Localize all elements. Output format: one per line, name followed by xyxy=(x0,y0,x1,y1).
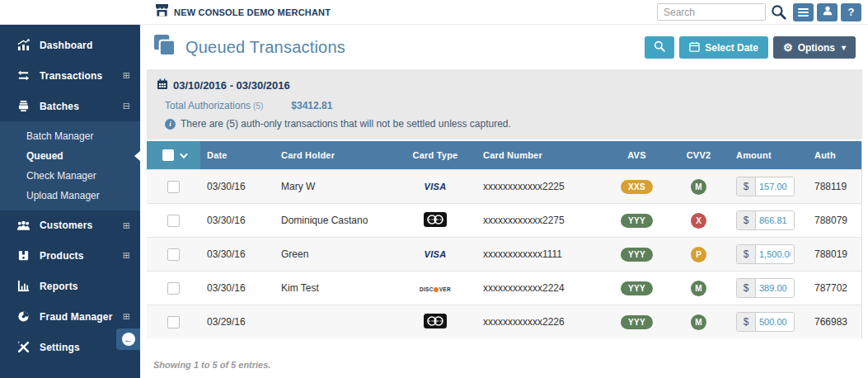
amount-input[interactable] xyxy=(756,177,794,196)
account-button[interactable] xyxy=(817,3,838,21)
sidebar-subitem-queued[interactable]: Queued xyxy=(0,146,140,166)
row-auth-code: 766983 xyxy=(808,305,861,339)
page-header: Queued Transactions Select Date ⚙ Option… xyxy=(147,25,862,69)
column-header-amount[interactable]: Amount xyxy=(730,141,808,170)
currency-symbol: $ xyxy=(737,245,756,263)
chevron-down-icon: ▾ xyxy=(842,43,846,52)
options-label: Options xyxy=(798,42,835,54)
storefront-icon xyxy=(155,4,169,20)
currency-symbol: $ xyxy=(737,177,756,196)
sidebar-item-dashboard[interactable]: Dashboard xyxy=(0,30,140,60)
sidebar-subitem-upload-manager[interactable]: Upload Manager xyxy=(0,186,140,206)
transfer-arrows-icon xyxy=(15,69,31,82)
table-row: 03/29/16xxxxxxxxxxxx2226YYYM$766983 xyxy=(147,305,861,339)
amount-input-group: $ xyxy=(736,278,795,298)
table-row: 03/30/16GreenVISAxxxxxxxxxxxx1111YYYP$78… xyxy=(147,238,861,272)
row-cvv2-cell: M xyxy=(668,272,730,305)
row-select-cell xyxy=(147,238,200,272)
summary-banner: 03/10/2016 - 03/30/2016 Total Authorizat… xyxy=(147,69,862,139)
sidebar-item-fraud-manager[interactable]: Fraud Manager⊞ xyxy=(0,301,140,332)
column-header-card-type[interactable]: Card Type xyxy=(394,141,476,170)
currency-symbol: $ xyxy=(737,211,756,229)
sidebar-item-reports[interactable]: Reports xyxy=(0,271,140,301)
search-icon[interactable] xyxy=(771,4,786,20)
expand-plus-icon[interactable]: ⊞ xyxy=(123,220,130,231)
row-select-cell xyxy=(147,204,200,238)
sidebar-item-customers[interactable]: Customers⊞ xyxy=(0,210,140,240)
amount-input[interactable] xyxy=(756,313,794,331)
row-cvv2-cell: M xyxy=(668,170,730,204)
amount-input[interactable] xyxy=(756,279,794,297)
calendar-icon xyxy=(157,78,168,92)
hamburger-icon xyxy=(798,8,809,17)
row-card-type: VISA xyxy=(394,170,476,204)
avs-badge: YYY xyxy=(621,248,653,262)
expand-plus-icon[interactable]: ⊞ xyxy=(123,70,130,81)
row-checkbox[interactable] xyxy=(167,215,180,227)
sidebar-item-transactions[interactable]: Transactions⊞ xyxy=(0,60,140,91)
menu-button[interactable] xyxy=(793,3,814,21)
column-header-card-number[interactable]: Card Number xyxy=(476,141,606,170)
row-checkbox[interactable] xyxy=(167,181,180,193)
table-header-row: DateCard HolderCard TypeCard NumberAVSCV… xyxy=(147,141,861,170)
mastercard-logo xyxy=(423,219,448,230)
column-header-avs[interactable]: AVS xyxy=(606,141,668,170)
active-item-arrow xyxy=(134,151,140,161)
expand-plus-icon[interactable]: ⊞ xyxy=(123,250,130,261)
amount-input[interactable] xyxy=(756,245,794,263)
row-checkbox[interactable] xyxy=(167,316,180,328)
column-header-date[interactable]: Date xyxy=(200,141,274,170)
expand-minus-icon[interactable]: ⊟ xyxy=(123,101,130,111)
column-header-card-holder[interactable]: Card Holder xyxy=(274,141,394,170)
discover-o-icon xyxy=(434,287,439,292)
sidebar-item-products[interactable]: Products⊞ xyxy=(0,240,140,271)
row-card-type: VISA xyxy=(394,238,476,272)
row-avs-cell: XXS xyxy=(606,170,668,204)
sidebar-collapse-button[interactable]: ← xyxy=(116,328,140,350)
select-all-checkbox[interactable] xyxy=(162,149,174,161)
help-button[interactable]: ? xyxy=(841,3,861,21)
row-auth-code: 788019 xyxy=(808,238,861,272)
row-amount-cell: $ xyxy=(730,170,808,204)
sidebar-item-label: Transactions xyxy=(40,70,123,82)
sidebar-nav: DashboardTransactions⊞Batches⊟Batch Mana… xyxy=(0,30,140,362)
page-title: Queued Transactions xyxy=(185,38,345,57)
sidebar-item-label: Settings xyxy=(40,342,123,353)
entries-summary: Showing 1 to 5 of 5 entries. xyxy=(153,360,270,370)
row-select-cell xyxy=(147,272,200,305)
row-avs-cell: YYY xyxy=(606,238,668,272)
row-select-cell xyxy=(147,305,200,339)
row-amount-cell: $ xyxy=(730,305,808,339)
row-checkbox[interactable] xyxy=(167,248,180,261)
column-header-auth[interactable]: Auth xyxy=(808,141,861,170)
total-authorizations-count: (5) xyxy=(253,102,263,111)
avs-badge: YYY xyxy=(621,281,653,295)
column-header-cvv2[interactable]: CVV2 xyxy=(668,141,730,170)
bulk-actions-chevron-icon[interactable] xyxy=(179,150,187,158)
dashboard-chart-icon xyxy=(15,39,31,51)
row-card-number: xxxxxxxxxxxx1111 xyxy=(476,238,606,272)
info-icon: i xyxy=(165,119,176,130)
sidebar-subitem-check-manager[interactable]: Check Manager xyxy=(0,166,140,186)
gear-icon: ⚙ xyxy=(783,42,793,53)
transactions-table: DateCard HolderCard TypeCard NumberAVSCV… xyxy=(147,141,862,338)
row-cvv2-cell: M xyxy=(668,305,730,339)
row-avs-cell: YYY xyxy=(606,272,668,305)
amount-input[interactable] xyxy=(756,211,794,229)
sidebar-subitem-batch-manager[interactable]: Batch Manager xyxy=(0,126,140,146)
sidebar-item-batches[interactable]: Batches⊟ xyxy=(0,91,140,121)
settings-icon xyxy=(15,341,31,353)
search-input[interactable] xyxy=(657,3,766,21)
total-authorizations-amount: $3412.81 xyxy=(291,100,332,111)
row-card-number: xxxxxxxxxxxx2225 xyxy=(476,170,606,204)
select-date-button[interactable]: Select Date xyxy=(679,36,768,59)
sidebar-item-label: Fraud Manager xyxy=(40,311,123,323)
expand-plus-icon[interactable]: ⊞ xyxy=(123,311,130,322)
row-checkbox[interactable] xyxy=(167,282,180,295)
products-icon xyxy=(15,249,31,262)
options-button[interactable]: ⚙ Options ▾ xyxy=(773,36,856,59)
sidebar-item-label: Batches xyxy=(40,101,123,112)
table-search-button[interactable] xyxy=(645,36,674,59)
row-date: 03/30/16 xyxy=(200,238,274,272)
row-card-type xyxy=(394,204,476,238)
